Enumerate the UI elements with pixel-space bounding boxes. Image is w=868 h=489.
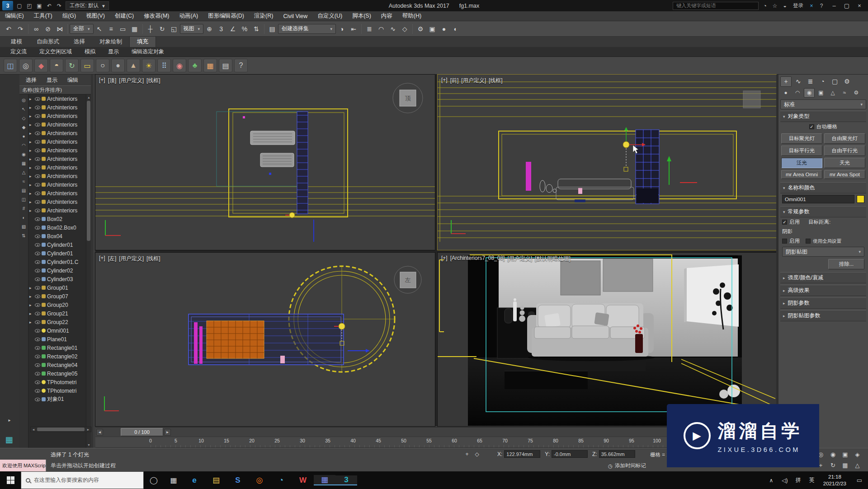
window-crossing-icon[interactable]: ▦ [129,23,141,35]
menu-item[interactable]: 创建(C) [110,11,139,21]
list-item[interactable]: ▸ Cylinder01 [28,240,86,249]
list-item[interactable]: ▸ Cylinder02 [28,266,86,275]
sogou-icon[interactable]: S [227,476,249,485]
tray-expand-icon[interactable]: ∧ [764,477,778,484]
list-item[interactable]: ▸ Rectangle05 [28,369,86,378]
time-slider-handle[interactable]: 0 / 100 [121,428,163,436]
menu-item[interactable]: 动画(A) [174,11,203,21]
menu-item[interactable]: Civil View [278,11,312,21]
undo-icon[interactable]: ↶ [44,1,54,10]
display-shapes-icon[interactable]: ◠ [20,141,28,150]
list-item[interactable]: ▸ Group21 [28,309,86,318]
minimize-button[interactable]: – [828,1,840,10]
menu-item[interactable]: 自定义(U) [312,11,347,21]
viewport-camera-shaded[interactable] [438,253,776,426]
list-item[interactable]: ▸ Group22 [28,318,86,326]
expand-arrow-icon[interactable]: ▸ [29,191,33,196]
expand-arrow-icon[interactable]: ▸ [29,208,33,213]
object-name[interactable]: Archinteriors [47,104,77,111]
close-button[interactable]: × [853,1,866,10]
display-spacewarps-icon[interactable]: ≈ [20,177,28,186]
explorer-scrollbar[interactable]: ▲ ▼ [86,94,91,448]
visibility-eye-icon[interactable] [35,114,40,118]
firefox-icon[interactable]: ◎ [249,475,270,485]
visibility-eye-icon[interactable] [35,355,40,358]
coordinate-value[interactable]: 122.974mm [504,450,540,458]
object-name[interactable]: Archinteriors [47,182,77,188]
user-icon[interactable]: ◒ [780,1,790,10]
viewcube[interactable] [743,91,760,108]
list-item[interactable]: ▸ Box04 [28,232,86,240]
shapes-category-icon[interactable]: ◠ [792,88,803,98]
object-name[interactable]: Cylinder03 [47,276,73,282]
list-item[interactable]: ▸ Archinteriors [28,189,86,197]
scrollbar-thumb[interactable] [87,101,90,241]
selection-filter-dropdown[interactable]: 全部▾ [70,24,94,34]
light-type-button[interactable]: mr Area Spot [824,170,865,179]
light-type-button[interactable]: 自由平行光 [824,146,865,156]
select-by-name-icon[interactable]: ≡ [105,23,117,35]
systems-category-icon[interactable]: ⚙ [851,88,862,98]
create-flow-icon[interactable]: ◎ [19,59,33,72]
scroll-left-icon[interactable]: ◄ [31,428,36,431]
list-item[interactable]: ▸ Archinteriors [28,206,86,215]
object-name[interactable]: Box04 [47,233,62,240]
visibility-eye-icon[interactable] [35,295,40,298]
list-item[interactable]: ▸ Archinteriors [28,129,86,137]
omni-light-left[interactable] [339,323,345,329]
new-scene-icon[interactable]: ▢ [14,1,24,10]
search-input[interactable]: 键入关键字或短语 [673,2,759,10]
redo-icon[interactable]: ↷ [14,23,26,35]
object-name[interactable]: Archinteriors [47,147,77,154]
list-item[interactable]: ▸ Rectangle02 [28,352,86,361]
list-item[interactable]: ▸ Rectangle01 [28,343,86,352]
object-name[interactable]: TPhotometri [47,388,76,394]
object-name[interactable]: Archinteriors [47,130,77,136]
expand-arrow-icon[interactable]: ▸ [29,165,33,170]
rectangular-selection-icon[interactable]: ▭ [117,23,129,35]
lights-category-icon[interactable]: ◉ [804,88,815,98]
light-type-button[interactable]: 天光 [824,158,865,168]
object-name[interactable]: Archinteriors [47,113,77,119]
visibility-eye-icon[interactable] [35,260,40,264]
expand-arrow-icon[interactable]: ▸ [29,320,33,324]
visibility-eye-icon[interactable] [35,329,40,333]
expand-arrow-icon[interactable]: ▸ [29,105,33,110]
zoom-extents-icon[interactable]: ▣ [839,449,851,460]
visibility-eye-icon[interactable] [35,252,40,255]
help-icon[interactable]: ? [234,59,248,72]
collapsed-rollout[interactable]: ▸ 强度/颜色/衰减 [780,272,866,283]
list-item[interactable]: ▸ Group07 [28,292,86,301]
visibility-eye-icon[interactable] [35,140,40,144]
layer-manager-icon[interactable]: ≣ [363,23,375,35]
explorer-menu-item[interactable]: 编辑 [63,76,83,84]
explorer-hscrollbar[interactable]: ◄ ► [30,427,91,432]
display-bones-icon[interactable]: # [20,204,28,213]
ribbon-subtab[interactable]: 模拟 [79,47,101,57]
display-materials-icon[interactable]: ▧ [20,222,28,231]
bind-to-spacewarp-icon[interactable]: ⋈ [54,23,66,35]
use-global-checkbox[interactable] [806,239,811,244]
visibility-eye-icon[interactable] [35,346,40,350]
explorer-select-icon[interactable]: ↖ [20,104,28,113]
modify-tab-icon[interactable]: ∿ [793,76,804,87]
light-enable-checkbox[interactable]: ✓ [782,220,787,225]
list-item[interactable]: ▸ Archinteriors [28,103,86,112]
object-name[interactable]: Rectangle02 [47,353,77,360]
object-name[interactable]: Archinteriors [47,139,77,145]
viewport-label-part[interactable]: [+] [99,77,105,85]
object-name[interactable]: TPhotometri [47,379,76,386]
visibility-eye-icon[interactable] [35,312,40,315]
scroll-up-icon[interactable]: ▲ [86,94,91,100]
fov-icon[interactable]: △ [851,460,863,470]
list-item[interactable]: ▸ Cylinder01.C [28,258,86,266]
visibility-eye-icon[interactable] [35,381,40,384]
rollout-object-type[interactable]: ▾对象类型 [780,111,866,122]
display-containers-icon[interactable]: ◐ [20,213,28,222]
list-item[interactable]: ▸ Archinteriors [28,112,86,120]
ribbon-subtab[interactable]: 定义空闲区域 [33,47,78,57]
menu-item[interactable]: 渲染(R) [249,11,278,21]
expand-arrow-icon[interactable]: ▸ [29,131,33,136]
help-icon[interactable]: ? [816,1,826,10]
ribbon-tab[interactable]: 填充 [129,36,156,47]
